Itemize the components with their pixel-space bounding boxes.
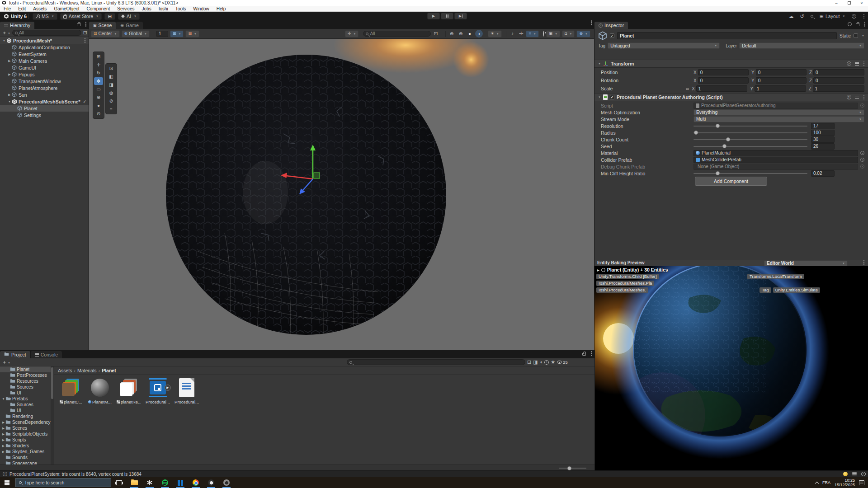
camera-dropdown[interactable]: ◘▼ (562, 30, 575, 38)
scene-search[interactable] (363, 31, 431, 37)
help-icon[interactable]: ? (847, 61, 851, 66)
maximize-button[interactable] (843, 0, 855, 6)
field-dropdown[interactable]: Multi▼ (693, 116, 864, 122)
slider-value-field[interactable]: 100 (811, 130, 835, 136)
presets-icon[interactable] (855, 62, 859, 66)
folder-planet[interactable]: Planet (0, 366, 54, 372)
audio-mute-icon[interactable]: ♪ (511, 31, 514, 36)
folder-ui[interactable]: UI (0, 390, 54, 396)
breadcrumb-assets[interactable]: Assets (58, 368, 72, 373)
history-icon[interactable]: ↺ (800, 14, 804, 19)
search-icon[interactable] (811, 15, 813, 18)
foldout-icon[interactable]: ▼ (2, 39, 6, 42)
list-tool-icon[interactable]: ≡ (107, 105, 116, 113)
foldout-icon[interactable]: ▶ (7, 73, 12, 76)
asset-planetre[interactable]: planetRe... (117, 377, 141, 404)
probuilder-tool-icon[interactable]: ◨ (107, 81, 116, 89)
hierarchy-search-input[interactable] (19, 30, 79, 35)
panel-kebab-icon[interactable] (85, 23, 87, 25)
language-indicator[interactable]: FRA (822, 480, 830, 485)
slider-track[interactable] (693, 139, 807, 140)
debugger-bug-icon[interactable] (843, 472, 848, 476)
hierarchy-item-planet[interactable]: Planet (0, 105, 89, 112)
cloud-icon[interactable]: ☁ (789, 14, 794, 19)
folder-postprocesses[interactable]: PostProcesses (0, 372, 54, 378)
lighting-toggle-icon[interactable]: ⊕ (457, 30, 465, 38)
slider-track[interactable] (693, 173, 807, 174)
tab-game[interactable]: ◉ Game (116, 22, 142, 29)
active-checkbox[interactable]: ✓ (610, 33, 614, 38)
help-icon[interactable]: ? (852, 14, 856, 19)
favorites-icon[interactable]: ★ (551, 360, 555, 365)
asset-planetc[interactable]: planetC... (59, 377, 83, 404)
foldout-icon[interactable]: ▼ (7, 100, 12, 103)
label-icon[interactable]: ◖ (540, 360, 543, 365)
object-picker-icon[interactable] (860, 103, 864, 108)
light-icon[interactable]: ● (466, 30, 474, 38)
ai-dropdown[interactable]: AI▼ (118, 13, 140, 20)
folder-resources[interactable]: Resources (0, 378, 54, 384)
scene-viewport[interactable]: ⊞ ✛ ↻ ✥ ▭ ⊕ ● ⊙ ⊡ ◧ ◨ ◍ ⊘ ≡ (89, 39, 594, 350)
search-by-type-icon[interactable]: ⊡ (527, 360, 531, 365)
asset-procedural[interactable]: Procedural... (175, 377, 199, 404)
entity-kebab-icon[interactable] (863, 262, 865, 263)
hierarchy-search[interactable] (12, 30, 81, 36)
half-tool-icon[interactable]: ◧ (107, 73, 116, 80)
panel-kebab-icon[interactable] (864, 23, 866, 25)
taskbar-app-unity-hub[interactable] (203, 477, 219, 488)
grid-snap-button[interactable]: ⊞▼ (185, 30, 199, 38)
move-tool-icon[interactable]: ✥ (94, 77, 103, 85)
presets-icon[interactable] (855, 96, 859, 99)
isolation-icon[interactable]: ⊡ (434, 31, 438, 36)
slider-value-field[interactable]: 17 (811, 123, 835, 129)
rotate-tool-icon[interactable]: ↻ (94, 69, 103, 77)
importance-icon[interactable]: ! (544, 360, 549, 365)
hierarchy-item-applicationconfiguration[interactable]: ApplicationConfiguration (0, 44, 89, 51)
menu-jobs[interactable]: Jobs (138, 6, 155, 12)
vertex-tool-icon[interactable]: ◍ (107, 89, 116, 97)
foldout-icon[interactable]: ▶ (7, 59, 12, 63)
package-visibility-icon[interactable]: ◨ (533, 360, 538, 365)
folder-sources[interactable]: Sources (0, 402, 54, 408)
rect-tool-icon[interactable]: ▭ (94, 85, 103, 93)
object-field[interactable]: PlanetMaterial (693, 150, 858, 156)
play-badge-icon[interactable]: ▶ (165, 385, 171, 391)
folder-spacescape[interactable]: Spacescape (0, 460, 54, 465)
slider-value-field[interactable]: 30 (811, 136, 835, 143)
menu-file[interactable]: File (0, 6, 14, 12)
axis-y-field[interactable]: 0 (756, 69, 807, 75)
folder-scenedependency[interactable]: ▶SceneDependency (0, 419, 54, 425)
breadcrumb-materials[interactable]: Materials (77, 368, 97, 373)
asset-procedural[interactable]: ▶Procedural ... (146, 377, 170, 404)
asset-store-dropdown[interactable]: Asset Store▼ (60, 13, 102, 20)
menu-services[interactable]: Services (113, 6, 138, 12)
effects-dropdown[interactable]: ☀▼ (488, 30, 502, 38)
entity-title-row[interactable]: ▶ Planet (Entity) + 30 Entities (596, 267, 668, 272)
hierarchy-item-proceduralmesh[interactable]: ▼ProceduralMesh* (0, 37, 89, 44)
account-dropdown[interactable]: MS▼ (33, 13, 57, 20)
scene-search-input[interactable] (370, 31, 428, 36)
taskbar-app-chrome[interactable] (188, 477, 203, 488)
menu-edit[interactable]: Edit (14, 6, 29, 12)
hidden-icons-chevron[interactable] (815, 481, 819, 485)
foldout-icon[interactable]: ▶ (1, 438, 5, 442)
link-icon[interactable]: ∞ (686, 86, 689, 91)
pivot-mode-dropdown[interactable]: ⊡ Center▼ (91, 30, 120, 38)
hierarchy-item-gameui[interactable]: GameUI (0, 64, 89, 71)
create-button[interactable]: ＋▼ (2, 29, 10, 36)
object-field[interactable]: None (Game Object) (693, 164, 858, 170)
static-checkbox[interactable] (854, 33, 858, 38)
lock-icon[interactable] (582, 353, 586, 356)
play-button[interactable]: ▶ (427, 13, 440, 19)
snap-increment-button[interactable]: ⊞▼ (170, 30, 184, 38)
visible-count[interactable]: 25 (557, 360, 568, 365)
field-dropdown[interactable]: Everything▼ (693, 109, 864, 116)
grid-size-field[interactable]: 1 (156, 31, 168, 37)
cache-server-icon[interactable] (852, 472, 857, 476)
component-kebab-icon[interactable] (863, 97, 865, 98)
taskbar-app-chatgpt[interactable] (142, 477, 157, 488)
layout-dropdown[interactable]: ⊞ Layout▼ (820, 14, 845, 19)
folder-scripts[interactable]: ▶Scripts (0, 437, 54, 443)
name-field[interactable]: Planet (617, 32, 837, 39)
hierarchy-item-eventsystem[interactable]: EventSystem (0, 51, 89, 57)
